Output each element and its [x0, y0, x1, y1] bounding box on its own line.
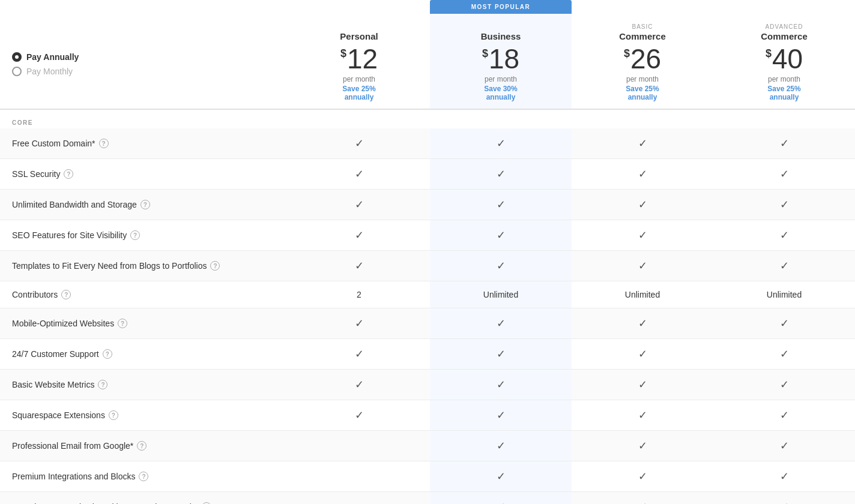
help-icon-8[interactable]: ?: [98, 380, 107, 389]
feature-name-11: Premium Integrations and Blocks ?: [12, 472, 276, 481]
advanced-commerce-tier: ADVANCED: [719, 23, 849, 30]
help-icon-3[interactable]: ?: [130, 230, 140, 240]
feature-row-9: Squarespace Extensions ? ✓✓✓✓: [0, 400, 855, 431]
feature-value-8-plan-3: ✓: [713, 370, 855, 400]
feature-value-5-plan-1: Unlimited: [430, 281, 572, 308]
business-dollar-sign: $: [482, 47, 488, 60]
badge-personal-spacer: [288, 0, 430, 14]
feature-value-6-plan-0: ✓: [288, 308, 430, 339]
feature-value-7-plan-1: ✓: [430, 339, 572, 370]
feature-label-10: Professional Email from Google*: [12, 441, 133, 451]
feature-value-11-plan-1: ✓: [430, 461, 572, 492]
feature-value-0-plan-0: ✓: [288, 128, 430, 159]
value-text-5-1: Unlimited: [483, 290, 518, 299]
advanced-commerce-dollar-sign: $: [766, 47, 772, 60]
business-price-save: Save 30%annually: [436, 85, 566, 101]
feature-value-7-plan-0: ✓: [288, 339, 430, 370]
feature-value-3-plan-3: ✓: [713, 220, 855, 251]
feature-row-5: Contributors ? 2UnlimitedUnlimitedUnlimi…: [0, 281, 855, 308]
feature-value-2-plan-0: ✓: [288, 190, 430, 220]
advanced-commerce-plan-name: Commerce: [719, 31, 849, 41]
help-icon-10[interactable]: ?: [137, 441, 147, 451]
feature-value-12-plan-1: ✓: [430, 492, 572, 505]
billing-toggle-cell: Pay Annually Pay Monthly: [0, 14, 288, 109]
feature-name-3: SEO Features for Site Visibility ?: [12, 230, 276, 240]
help-icon-9[interactable]: ?: [109, 410, 118, 420]
badge-advanced-spacer: [713, 0, 855, 14]
feature-label-9: Squarespace Extensions: [12, 410, 105, 420]
basic-commerce-price-save: Save 25%annually: [578, 85, 707, 101]
help-icon-2[interactable]: ?: [140, 200, 150, 209]
feature-value-10-plan-0: [288, 431, 430, 461]
checkmark-12-1: ✓: [497, 501, 506, 504]
help-icon-0[interactable]: ?: [99, 139, 109, 148]
feature-name-cell-1: SSL Security ?: [0, 159, 288, 190]
feature-name-1: SSL Security ?: [12, 169, 276, 179]
checkmark-1-0: ✓: [355, 168, 364, 180]
badge-row: MOST POPULAR: [0, 0, 855, 14]
value-text-5-2: Unlimited: [625, 290, 660, 299]
feature-row-1: SSL Security ? ✓✓✓✓: [0, 159, 855, 190]
basic-commerce-price-row: $ 26: [578, 45, 707, 73]
checkmark-4-0: ✓: [355, 260, 364, 272]
feature-value-12-plan-0: [288, 492, 430, 505]
feature-value-2-plan-1: ✓: [430, 190, 572, 220]
business-plan-header: Business $ 18 per month Save 30%annually: [430, 14, 572, 109]
value-text-5-3: Unlimited: [767, 290, 802, 299]
section-header-label: CORE: [0, 109, 855, 128]
feature-value-12-plan-3: ✓: [713, 492, 855, 505]
pricing-page: MOST POPULAR Pay Annually Pay Mon: [0, 0, 855, 504]
checkmark-4-2: ✓: [638, 260, 647, 272]
feature-name-4: Templates to Fit Every Need from Blogs t…: [12, 261, 276, 271]
pay-monthly-radio[interactable]: [12, 67, 22, 76]
checkmark-10-2: ✓: [638, 440, 647, 452]
feature-value-5-plan-3: Unlimited: [713, 281, 855, 308]
badge-basic-spacer: [572, 0, 713, 14]
pay-annually-radio[interactable]: [12, 52, 22, 62]
feature-row-12: Complete Customization with CSS and Java…: [0, 492, 855, 505]
feature-name-10: Professional Email from Google* ?: [12, 441, 276, 451]
basic-commerce-plan-name: Commerce: [578, 31, 707, 41]
advanced-commerce-price-amount: 40: [772, 45, 803, 73]
feature-row-11: Premium Integrations and Blocks ? ✓✓✓: [0, 461, 855, 492]
pay-annually-option[interactable]: Pay Annually: [12, 52, 276, 62]
feature-value-11-plan-2: ✓: [572, 461, 713, 492]
business-price-period: per month: [436, 75, 566, 83]
feature-value-9-plan-1: ✓: [430, 400, 572, 431]
pay-monthly-option[interactable]: Pay Monthly: [12, 67, 276, 76]
checkmark-3-2: ✓: [638, 229, 647, 241]
help-icon-7[interactable]: ?: [103, 349, 112, 359]
feature-name-2: Unlimited Bandwidth and Storage ?: [12, 200, 276, 209]
checkmark-8-2: ✓: [638, 379, 647, 391]
personal-price-amount: 12: [347, 45, 378, 73]
feature-label-0: Free Custom Domain*: [12, 139, 95, 148]
checkmark-0-1: ✓: [497, 137, 506, 149]
feature-row-6: Mobile-Optimized Websites ? ✓✓✓✓: [0, 308, 855, 339]
checkmark-10-1: ✓: [497, 440, 506, 452]
feature-value-9-plan-3: ✓: [713, 400, 855, 431]
feature-name-9: Squarespace Extensions ?: [12, 410, 276, 420]
feature-value-7-plan-2: ✓: [572, 339, 713, 370]
help-icon-4[interactable]: ?: [210, 261, 220, 271]
help-icon-11[interactable]: ?: [139, 472, 148, 481]
value-text-5-0: 2: [357, 290, 361, 299]
help-icon-6[interactable]: ?: [118, 319, 127, 328]
feature-value-1-plan-1: ✓: [430, 159, 572, 190]
feature-label-7: 24/7 Customer Support: [12, 349, 99, 359]
feature-row-10: Professional Email from Google* ? ✓✓✓: [0, 431, 855, 461]
help-icon-5[interactable]: ?: [61, 290, 71, 299]
personal-price-row: $ 12: [294, 45, 424, 73]
feature-name-7: 24/7 Customer Support ?: [12, 349, 276, 359]
advanced-commerce-price-period: per month: [719, 75, 849, 83]
feature-value-2-plan-3: ✓: [713, 190, 855, 220]
feature-name-cell-9: Squarespace Extensions ?: [0, 400, 288, 431]
advanced-commerce-price-save: Save 25%annually: [719, 85, 849, 101]
feature-value-1-plan-0: ✓: [288, 159, 430, 190]
checkmark-6-0: ✓: [355, 317, 364, 329]
checkmark-4-1: ✓: [497, 260, 506, 272]
feature-value-8-plan-2: ✓: [572, 370, 713, 400]
checkmark-0-2: ✓: [638, 137, 647, 149]
help-icon-1[interactable]: ?: [64, 169, 73, 179]
feature-value-1-plan-2: ✓: [572, 159, 713, 190]
feature-label-6: Mobile-Optimized Websites: [12, 319, 114, 328]
